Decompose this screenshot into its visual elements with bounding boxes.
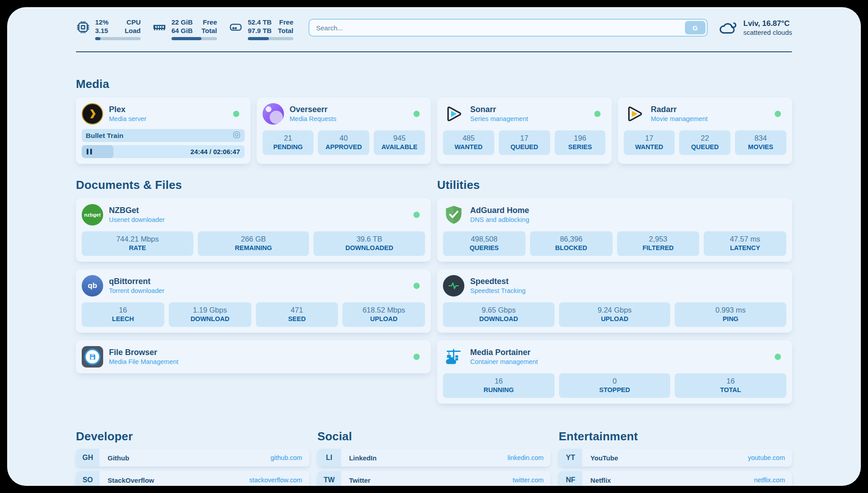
stat-label: BLOCKED bbox=[532, 244, 611, 252]
link-badge: SO bbox=[76, 471, 100, 486]
ram-progress-track bbox=[171, 37, 217, 40]
app-card-overseerr[interactable]: Overseerr Media Requests 21PENDING 40APP… bbox=[257, 97, 431, 164]
disk-stat-widget: 52.4 TBFree 97.9 TBTotal bbox=[229, 18, 293, 40]
stat-stopped: 0STOPPED bbox=[559, 373, 671, 398]
app-card-qbittorrent[interactable]: qb qBittorrent Torrent downloader 16LEEC… bbox=[76, 269, 431, 333]
stat-value: 618.52 Mbps bbox=[344, 305, 423, 315]
disk-progress-track bbox=[248, 37, 293, 40]
stat-series: 196SERIES bbox=[555, 130, 606, 155]
stat-label: LATENCY bbox=[705, 244, 785, 252]
search-bar: G bbox=[309, 19, 708, 37]
search-input[interactable] bbox=[311, 24, 685, 32]
app-card-radarr[interactable]: Radarr Movie management 17WANTED 22QUEUE… bbox=[618, 97, 793, 164]
status-dot bbox=[233, 111, 239, 117]
ram-free-value: 22 GiB bbox=[171, 18, 193, 26]
ram-stat-widget: 22 GiBFree 64 GiBTotal bbox=[152, 18, 217, 40]
ram-label-top: Free bbox=[203, 18, 217, 26]
stat-value: 47.57 ms bbox=[705, 234, 785, 244]
stat-movies: 834MOVIES bbox=[735, 130, 786, 155]
stat-label: QUEUED bbox=[501, 143, 548, 151]
app-card-portainer[interactable]: Media Portainer Container management 16R… bbox=[437, 340, 792, 404]
plex-now-playing-row: Bullet Train bbox=[82, 129, 245, 142]
now-playing-title: Bullet Train bbox=[86, 132, 233, 140]
app-name: AdGuard Home bbox=[470, 205, 786, 216]
plex-playback-progress: 24:44 / 02:06:47 bbox=[82, 145, 245, 158]
stat-label: DOWNLOAD bbox=[171, 315, 250, 323]
app-name: Media Portainer bbox=[470, 347, 769, 358]
ram-progress-fill bbox=[171, 37, 201, 40]
nzbget-icon-text: nzbget bbox=[84, 212, 100, 217]
qbittorrent-icon-text: qb bbox=[88, 281, 97, 290]
header: 12%CPU 3.15Load 22 GiBFree 64 GiBTotal bbox=[76, 18, 792, 40]
app-subtitle: Media Requests bbox=[290, 115, 408, 123]
section-media: Media Plex Media server Bullet Train bbox=[76, 77, 792, 164]
link-name: YouTube bbox=[590, 454, 748, 462]
system-stats: 12%CPU 3.15Load 22 GiBFree 64 GiBTotal bbox=[76, 18, 293, 40]
stat-value: 196 bbox=[556, 134, 604, 143]
weather-location-temp: Lviv, 16.87°C bbox=[743, 19, 792, 28]
link-row-github[interactable]: GH Github github.com bbox=[76, 449, 309, 467]
stat-value: 485 bbox=[445, 134, 492, 143]
stat-label: UPLOAD bbox=[344, 315, 423, 323]
app-subtitle: Series management bbox=[470, 115, 588, 123]
app-card-nzbget[interactable]: nzbget NZBGet Usenet downloader 744.21 M… bbox=[76, 198, 431, 262]
ram-label-bottom: Total bbox=[201, 26, 217, 35]
link-badge: GH bbox=[76, 449, 100, 467]
stat-label: DOWNLOAD bbox=[445, 315, 553, 323]
stat-wanted: 485WANTED bbox=[443, 130, 494, 155]
app-card-sonarr[interactable]: Sonarr Series management 485WANTED 17QUE… bbox=[437, 97, 612, 164]
stat-total: 16TOTAL bbox=[675, 373, 786, 398]
app-subtitle: Movie management bbox=[651, 115, 769, 123]
app-card-filebrowser[interactable]: File Browser Media File Management bbox=[76, 340, 431, 373]
stat-value: 16 bbox=[83, 305, 163, 315]
stat-value: 1.19 Gbps bbox=[171, 305, 250, 315]
stat-upload: 9.24 GbpsUPLOAD bbox=[559, 302, 671, 327]
sonarr-icon bbox=[443, 103, 464, 125]
app-card-adguard[interactable]: AdGuard Home DNS and adblocking 498,508Q… bbox=[437, 198, 792, 262]
stat-label: PENDING bbox=[264, 143, 312, 151]
link-url: twitter.com bbox=[513, 476, 543, 484]
link-badge: TW bbox=[317, 471, 341, 486]
section-title-media: Media bbox=[76, 77, 792, 91]
section-title-utilities: Utilities bbox=[437, 178, 792, 192]
cpu-label-top: CPU bbox=[126, 18, 141, 26]
disk-progress-fill bbox=[248, 37, 269, 40]
link-badge: NF bbox=[559, 471, 582, 486]
link-row-netflix[interactable]: NF Netflix netflix.com bbox=[559, 471, 792, 486]
stat-wanted: 17WANTED bbox=[624, 130, 675, 155]
cpu-load-value: 3.15 bbox=[95, 26, 108, 35]
stat-value: 834 bbox=[737, 134, 785, 143]
section-documents: Documents & Files nzbget NZBGet Usenet d… bbox=[76, 178, 431, 373]
link-row-twitter[interactable]: TW Twitter twitter.com bbox=[317, 471, 551, 486]
stat-downloaded: 39.6 TBDOWNLOADED bbox=[313, 231, 425, 256]
stat-label: TOTAL bbox=[676, 386, 785, 394]
playback-time: 24:44 / 02:06:47 bbox=[191, 148, 240, 155]
stat-remaining: 266 GBREMAINING bbox=[198, 231, 309, 256]
link-url: github.com bbox=[271, 454, 302, 461]
link-name: StackOverflow bbox=[108, 476, 249, 484]
section-entertainment: Entertainment YT YouTube youtube.com NF … bbox=[559, 430, 792, 486]
pause-icon bbox=[87, 149, 92, 155]
status-dot bbox=[413, 283, 420, 289]
app-name: Speedtest bbox=[470, 276, 786, 287]
stat-value: 0.993 ms bbox=[676, 305, 785, 315]
stat-value: 17 bbox=[501, 134, 548, 143]
link-row-linkedin[interactable]: LI LinkedIn linkedin.com bbox=[317, 449, 551, 467]
stat-label: QUERIES bbox=[445, 244, 524, 252]
app-subtitle: Torrent downloader bbox=[109, 287, 408, 295]
stat-running: 16RUNNING bbox=[443, 373, 555, 398]
stat-label: DOWNLOADED bbox=[315, 244, 423, 252]
app-name: Plex bbox=[109, 104, 227, 115]
plex-icon bbox=[82, 103, 103, 125]
disk-free-value: 52.4 TB bbox=[248, 18, 271, 26]
stat-label: PING bbox=[676, 315, 785, 323]
app-card-plex[interactable]: Plex Media server Bullet Train bbox=[76, 97, 250, 164]
link-row-youtube[interactable]: YT YouTube youtube.com bbox=[559, 449, 792, 467]
stat-value: 39.6 TB bbox=[315, 234, 423, 244]
stat-value: 945 bbox=[376, 134, 423, 143]
disk-label-top: Free bbox=[279, 18, 293, 26]
link-row-stackoverflow[interactable]: SO StackOverflow stackoverflow.com bbox=[76, 471, 309, 486]
stat-value: 9.24 Gbps bbox=[561, 305, 669, 315]
search-engine-button[interactable]: G bbox=[685, 21, 705, 34]
app-card-speedtest[interactable]: Speedtest Speedtest Tracking 9.65 GbpsDO… bbox=[437, 269, 792, 333]
